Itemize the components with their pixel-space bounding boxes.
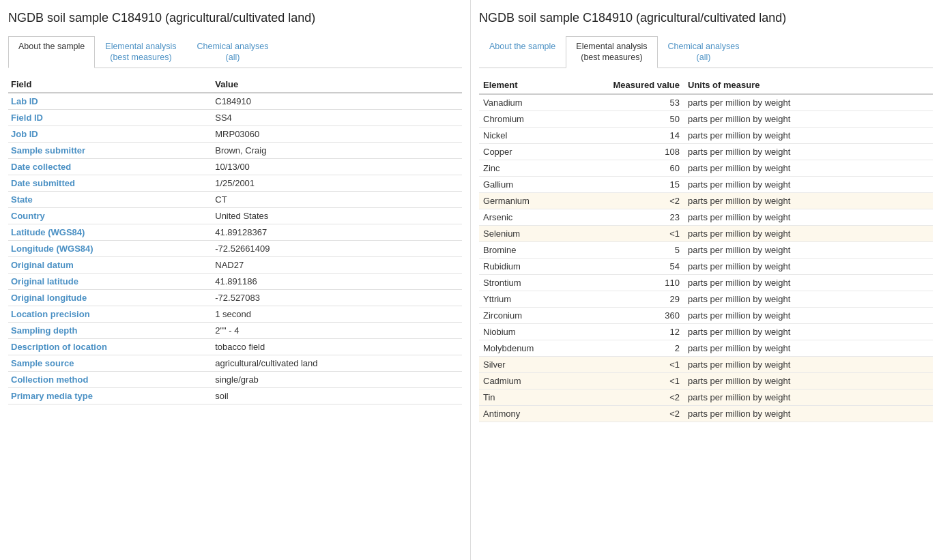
table-row: Germanium<2parts per million by weight [479, 192, 933, 209]
field-label: Lab ID [8, 93, 212, 110]
element-name: Niobium [479, 323, 588, 340]
field-value: 41.891186 [212, 273, 462, 289]
field-label: Sample source [8, 355, 212, 371]
element-name: Zinc [479, 160, 588, 176]
field-label: Sample submitter [8, 142, 212, 158]
field-label: Original longitude [8, 289, 212, 306]
left-tab-about[interactable]: About the sample [8, 36, 95, 68]
element-name: Rubidium [479, 258, 588, 274]
field-value: 41.89128367 [212, 224, 462, 240]
element-name: Vanadium [479, 94, 588, 111]
field-value: C184910 [212, 93, 462, 110]
measured-value: 110 [588, 274, 684, 291]
units-of-measure: parts per million by weight [684, 291, 933, 307]
field-value: MRP03060 [212, 126, 462, 142]
units-of-measure: parts per million by weight [684, 143, 933, 160]
col-value: Value [212, 76, 462, 93]
col-field: Field [8, 76, 212, 93]
field-label: Field ID [8, 109, 212, 126]
element-name: Cadmium [479, 372, 588, 389]
measured-value: <1 [588, 372, 684, 389]
table-row: Primary media typesoil [8, 387, 462, 404]
units-of-measure: parts per million by weight [684, 356, 933, 372]
element-name: Molybdenum [479, 340, 588, 356]
field-label: Description of location [8, 338, 212, 355]
right-tab-elemental[interactable]: Elemental analysis(best measures) [566, 36, 657, 68]
field-value: -72.52661409 [212, 240, 462, 256]
table-row: Selenium<1parts per million by weight [479, 225, 933, 241]
table-row: Location precision1 second [8, 306, 462, 322]
field-value: Brown, Craig [212, 142, 462, 158]
field-value: United States [212, 207, 462, 224]
units-of-measure: parts per million by weight [684, 405, 933, 422]
table-row: Niobium12parts per million by weight [479, 323, 933, 340]
field-label: Latitude (WGS84) [8, 224, 212, 240]
element-name: Nickel [479, 127, 588, 143]
field-label: Job ID [8, 126, 212, 142]
right-tab-chemical[interactable]: Chemical analyses(all) [658, 36, 750, 68]
table-row: Field IDSS4 [8, 109, 462, 126]
field-value: agricultural/cultivated land [212, 355, 462, 371]
element-name: Arsenic [479, 209, 588, 225]
col-units: Units of measure [684, 76, 933, 94]
measured-value: 5 [588, 241, 684, 258]
measured-value: 12 [588, 323, 684, 340]
measured-value: <1 [588, 225, 684, 241]
units-of-measure: parts per million by weight [684, 389, 933, 405]
table-row: Latitude (WGS84)41.89128367 [8, 224, 462, 240]
units-of-measure: parts per million by weight [684, 209, 933, 225]
table-row: Zinc60parts per million by weight [479, 160, 933, 176]
element-name: Chromium [479, 110, 588, 127]
measured-value: 23 [588, 209, 684, 225]
measured-value: 29 [588, 291, 684, 307]
table-row: Longitude (WGS84)-72.52661409 [8, 240, 462, 256]
table-row: Rubidium54parts per million by weight [479, 258, 933, 274]
element-name: Germanium [479, 192, 588, 209]
element-name: Gallium [479, 176, 588, 192]
field-label: Date collected [8, 158, 212, 175]
element-name: Antimony [479, 405, 588, 422]
table-row: Chromium50parts per million by weight [479, 110, 933, 127]
table-row: Original datumNAD27 [8, 256, 462, 273]
element-name: Yttrium [479, 291, 588, 307]
table-row: Date submitted1/25/2001 [8, 175, 462, 191]
units-of-measure: parts per million by weight [684, 274, 933, 291]
table-row: Antimony<2parts per million by weight [479, 405, 933, 422]
table-row: Gallium15parts per million by weight [479, 176, 933, 192]
table-row: CountryUnited States [8, 207, 462, 224]
measured-value: 360 [588, 307, 684, 323]
right-tabs: About the sample Elemental analysis(best… [479, 36, 933, 68]
col-measured: Measured value [588, 76, 684, 94]
left-tab-chemical[interactable]: Chemical analyses(all) [187, 36, 279, 68]
table-row: Yttrium29parts per million by weight [479, 291, 933, 307]
units-of-measure: parts per million by weight [684, 192, 933, 209]
units-of-measure: parts per million by weight [684, 225, 933, 241]
table-row: Sample submitterBrown, Craig [8, 142, 462, 158]
measured-value: 2 [588, 340, 684, 356]
field-label: Collection method [8, 371, 212, 387]
measured-value: 54 [588, 258, 684, 274]
units-of-measure: parts per million by weight [684, 307, 933, 323]
left-tab-elemental[interactable]: Elemental analysis(best measures) [95, 36, 186, 68]
table-row: Copper108parts per million by weight [479, 143, 933, 160]
element-name: Copper [479, 143, 588, 160]
table-row: Vanadium53parts per million by weight [479, 94, 933, 111]
measured-value: 50 [588, 110, 684, 127]
table-row: Collection methodsingle/grab [8, 371, 462, 387]
table-row: Original latitude41.891186 [8, 273, 462, 289]
left-page-title: NGDB soil sample C184910 (agricultural/c… [8, 11, 462, 25]
right-page-title: NGDB soil sample C184910 (agricultural/c… [479, 11, 933, 25]
element-name: Zirconium [479, 307, 588, 323]
field-value: 1/25/2001 [212, 175, 462, 191]
measured-value: 60 [588, 160, 684, 176]
right-tab-about[interactable]: About the sample [479, 36, 566, 68]
left-tabs: About the sample Elemental analysis(best… [8, 36, 462, 68]
table-row: Tin<2parts per million by weight [479, 389, 933, 405]
units-of-measure: parts per million by weight [684, 372, 933, 389]
units-of-measure: parts per million by weight [684, 176, 933, 192]
measured-value: <2 [588, 405, 684, 422]
table-row: Silver<1parts per million by weight [479, 356, 933, 372]
table-row: Original longitude-72.527083 [8, 289, 462, 306]
table-row: Sample sourceagricultural/cultivated lan… [8, 355, 462, 371]
element-name: Bromine [479, 241, 588, 258]
